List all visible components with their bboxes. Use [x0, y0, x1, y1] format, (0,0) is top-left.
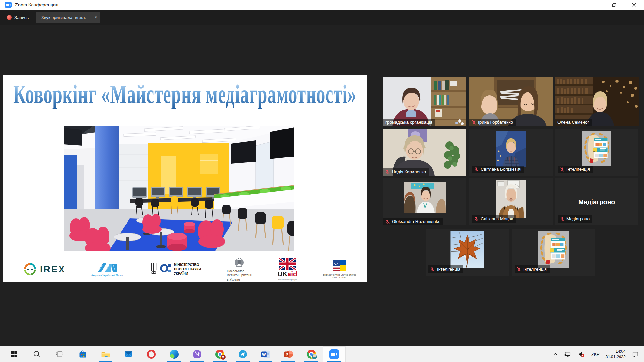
us-embassy-logo: EMBASSY OF THE UNITED STATES KYIV, UKRAI…	[323, 260, 356, 279]
participant-tile[interactable]: Медіагроно Медіагроно	[555, 178, 638, 225]
participant-tile[interactable]: Світлана Моцак	[469, 178, 553, 225]
zoom-meeting-window: Zoom Конференция Запись Звук оригинала: …	[0, 0, 644, 362]
participant-tile[interactable]: Oleksandra Rozumiienko	[383, 178, 466, 225]
network-ethernet-icon	[564, 351, 571, 358]
taskbar-mail[interactable]	[117, 346, 140, 362]
close-button[interactable]	[624, 0, 644, 10]
tray-time: 14:04	[605, 349, 626, 354]
participant-tile[interactable]: громадська організація	[383, 77, 466, 126]
window-titlebar: Zoom Конференция	[0, 0, 644, 10]
tray-action-center[interactable]	[630, 346, 641, 362]
muted-mic-icon	[385, 170, 390, 174]
window-controls	[584, 0, 644, 10]
taskbar-chrome-profile[interactable]	[300, 346, 323, 362]
participant-tile[interactable]: Інтелігенція	[555, 129, 638, 176]
word-icon: W	[261, 349, 270, 359]
participant-name-label: Oleksandra Rozumiienko	[383, 218, 443, 225]
uk-embassy-crest-icon	[233, 257, 246, 268]
mon-logo-text: МІНІСТЕРСТВО ОСВІТИ І НАУКИ УКРАЇНИ	[174, 263, 201, 275]
file-explorer-icon	[101, 349, 110, 359]
aup-logo-text: Академія Української Преси	[91, 274, 123, 277]
uk-flag-icon	[279, 258, 296, 270]
tray-show-hidden-icons[interactable]	[551, 346, 560, 362]
uk-embassy-logo: Посольство Великої Британії в Україні	[227, 257, 252, 281]
participant-image-leaf	[449, 231, 485, 268]
participant-name-label: Інтелігенція	[515, 265, 550, 273]
taskbar-viber[interactable]	[185, 346, 208, 362]
mail-icon	[124, 350, 133, 359]
windows-taskbar: M W P	[0, 346, 644, 362]
taskbar-powerpoint[interactable]: P	[277, 346, 300, 362]
task-view-icon	[56, 350, 64, 358]
chrome-icon: M	[215, 350, 224, 359]
participant-name-label: Інтелігенція	[428, 265, 463, 273]
ukaid-logo-text: UKaid	[278, 270, 297, 278]
zoom-app-icon	[5, 2, 12, 8]
uk-embassy-text: Посольство Великої Британії в Україні	[227, 269, 252, 281]
tray-volume-muted[interactable]	[575, 346, 587, 362]
edge-icon	[170, 350, 179, 359]
participant-name-label: Світлана Богдзієвич	[472, 166, 524, 173]
tray-date: 31.01.2022	[605, 354, 626, 360]
participant-name-label: громадська організація	[383, 119, 435, 126]
search-icon	[33, 350, 41, 358]
taskbar-microsoft-store[interactable]	[71, 346, 94, 362]
mon-logo-icon	[149, 262, 171, 277]
system-tray: УКР 14:04 31.01.2022	[551, 346, 644, 362]
start-button[interactable]	[3, 346, 25, 362]
muted-mic-icon	[474, 217, 479, 221]
meeting-toolbar: Запись Звук оригинала: выкл. ▼	[0, 10, 644, 25]
minimize-button[interactable]	[584, 0, 604, 10]
us-ukraine-flag-icon	[333, 260, 347, 273]
gmail-badge-icon: M	[221, 355, 226, 360]
participant-name-label: Медіагроно	[558, 215, 592, 223]
taskbar-edge[interactable]	[163, 346, 185, 362]
muted-mic-icon	[431, 267, 435, 272]
taskbar-zoom-active[interactable]	[323, 346, 346, 362]
participant-name-label: Світлана Моцак	[472, 215, 516, 223]
viber-icon	[193, 350, 202, 359]
telegram-icon	[238, 350, 247, 359]
svg-text:W: W	[262, 352, 266, 357]
taskbar-opera[interactable]	[140, 346, 163, 362]
mon-logo: МІНІСТЕРСТВО ОСВІТИ І НАУКИ УКРАЇНИ	[149, 262, 201, 277]
participant-video	[496, 180, 526, 218]
participant-name-label: Інтелігенція	[558, 166, 593, 173]
irex-logo-icon	[23, 262, 37, 277]
microsoft-store-icon	[78, 350, 87, 359]
original-sound-dropdown[interactable]: ▼	[91, 12, 100, 23]
chevron-up-icon	[553, 352, 558, 357]
chrome-icon	[307, 350, 316, 359]
taskbar-word[interactable]: W	[254, 346, 277, 362]
task-view-button[interactable]	[48, 346, 71, 362]
tray-language[interactable]: УКР	[589, 346, 601, 362]
muted-mic-icon	[517, 267, 521, 272]
participant-tile[interactable]: Світлана Богдзієвич	[469, 129, 553, 176]
us-embassy-text: EMBASSY OF THE UNITED STATES KYIV, UKRAI…	[323, 274, 356, 279]
participant-tile[interactable]: Інтелігенція	[512, 229, 595, 276]
participant-name-label: Олена Семеног	[555, 119, 592, 126]
restore-button[interactable]	[604, 0, 624, 10]
original-sound-button[interactable]: Звук оригинала: выкл.	[36, 12, 91, 23]
muted-mic-icon	[560, 167, 564, 172]
muted-mic-icon	[560, 217, 564, 221]
aup-logo-icon	[97, 262, 118, 273]
shared-screen-slide: Коворкінг «Майстерня медіаграмотності»	[3, 75, 367, 282]
taskbar-telegram[interactable]	[231, 346, 254, 362]
muted-mic-icon	[472, 120, 476, 125]
windows-logo-icon	[10, 350, 18, 358]
opera-icon	[147, 350, 156, 359]
participant-tile-active-speaker[interactable]: Олена Семеног	[555, 77, 639, 126]
recording-label: Запись	[14, 15, 29, 20]
window-title: Zoom Конференция	[15, 2, 58, 7]
taskbar-chrome-gmail[interactable]: M	[208, 346, 231, 362]
taskbar-file-explorer[interactable]	[94, 346, 117, 362]
recording-indicator: Запись	[7, 15, 29, 20]
participant-tile[interactable]: Інтелігенція	[426, 229, 509, 276]
tray-clock[interactable]: 14:04 31.01.2022	[603, 346, 628, 362]
aup-logo: Академія Української Преси	[91, 262, 123, 277]
taskbar-search-button[interactable]	[25, 346, 48, 362]
participant-tile[interactable]: Ірина Горбатенко	[469, 77, 553, 126]
participant-tile[interactable]: Надія Кириленко	[383, 129, 466, 176]
tray-network[interactable]	[562, 346, 573, 362]
